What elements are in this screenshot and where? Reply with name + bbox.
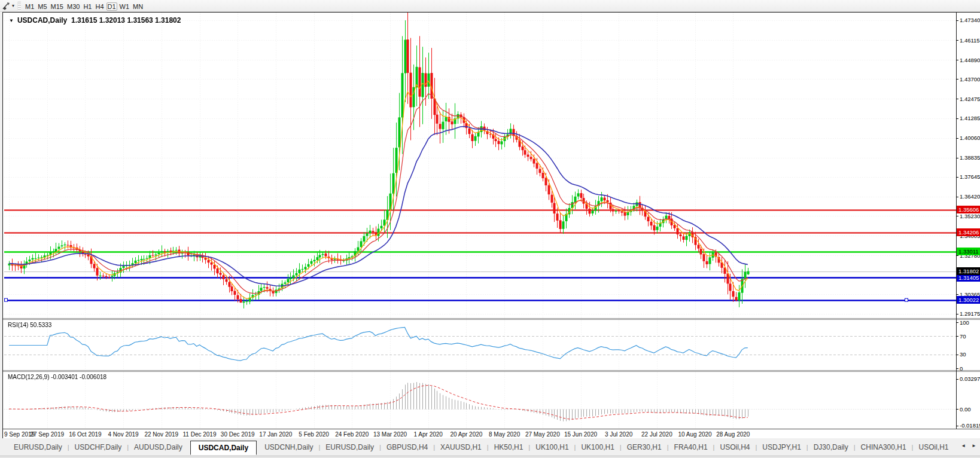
status-strip	[0, 456, 980, 458]
collapse-chart-icon[interactable]: ▼	[9, 18, 14, 23]
macd-tick-mark	[956, 426, 958, 426]
tab-scroll-right-icon[interactable]: ►	[970, 441, 978, 450]
date-axis: 9 Sep 201927 Sep 201916 Oct 20194 Nov 20…	[3, 429, 980, 439]
date-tick-label: 15 Jun 2020	[564, 431, 597, 438]
cursor-tool-dropdown-icon[interactable]: ▾	[12, 3, 14, 8]
price-tick-mark	[956, 20, 958, 21]
date-tick-label: 5 Feb 2020	[299, 431, 329, 438]
price-tick-mark	[956, 138, 958, 139]
timeframe-button-mn[interactable]: MN	[132, 2, 144, 11]
mt4-window: ▾ M1M5M15M30H1H4D1W1MN 9 Sep 201927 Sep …	[0, 0, 980, 458]
price-tick-label: 1.44890	[960, 57, 980, 63]
tab-scrollers: ◄ ►	[960, 441, 978, 450]
tab-scroll-left-icon[interactable]: ◄	[960, 441, 967, 450]
date-tick-label: 4 Nov 2019	[108, 431, 139, 438]
price-tick-mark	[956, 216, 958, 216]
date-tick-label: 13 Mar 2020	[373, 431, 407, 438]
price-tick-label: 1.37645	[960, 173, 980, 180]
price-tick-label: 1.40060	[960, 135, 980, 141]
timeframe-button-m15[interactable]: M15	[50, 2, 65, 11]
price-tick-label: 1.43700	[960, 76, 980, 83]
chart-tab-usdjpy-h1[interactable]: USDJPY,H1	[757, 441, 806, 454]
chart-tab-gbpusd-h4[interactable]: GBPUSD,H4	[381, 441, 433, 454]
symbol-period-label: USDCAD,Daily	[17, 16, 67, 25]
date-tick-label: 28 Aug 2020	[716, 431, 750, 438]
chart-tab-usdcad-daily[interactable]: USDCAD,Daily	[190, 441, 257, 455]
date-tick-label: 11 Dec 2019	[183, 431, 217, 438]
chart-tab-usoil-h1[interactable]: USOil,H1	[913, 441, 954, 454]
chart-tab-usdcnh-daily[interactable]: USDCNH,Daily	[259, 441, 318, 454]
price-tick-label: 1.29175	[960, 310, 980, 317]
date-tick-label: 22 Jul 2020	[641, 431, 672, 438]
rsi-tick-mark	[956, 336, 958, 337]
chart-title: ▼USDCAD,Daily 1.31615 1.32013 1.31563 1.…	[9, 16, 181, 25]
date-tick-label: 30 Dec 2019	[221, 431, 255, 438]
timeframe-toolbar: ▾ M1M5M15M30H1H4D1W1MN	[0, 0, 980, 12]
rsi-panel-canvas[interactable]	[4, 320, 956, 370]
chart-tab-audusd-daily[interactable]: AUDUSD,Daily	[129, 441, 188, 454]
chart-tab-usdchf-daily[interactable]: USDCHF,Daily	[69, 441, 127, 454]
hline-price-badge: 1.30022	[957, 296, 980, 304]
price-tick-label: 1.36420	[960, 193, 980, 200]
date-tick-label: 22 Nov 2019	[144, 431, 178, 438]
macd-panel-canvas[interactable]	[4, 372, 956, 429]
price-tick-mark	[956, 60, 958, 60]
macd-tick-label: -0.018154	[960, 422, 980, 429]
chart-tab-eurusd-daily[interactable]: EURUSD,Daily	[320, 441, 379, 454]
macd-tick-mark	[956, 409, 958, 410]
price-tick-mark	[956, 158, 958, 158]
price-tick-mark	[956, 197, 958, 197]
chart-tab-china300-h1[interactable]: CHINA300,H1	[856, 441, 912, 454]
timeframe-button-m1[interactable]: M1	[24, 2, 35, 11]
price-tick-mark	[956, 99, 958, 99]
timeframe-button-m5[interactable]: M5	[36, 2, 48, 11]
rsi-tick-label: 30	[960, 351, 966, 358]
date-tick-label: 1 Apr 2020	[414, 431, 443, 438]
chart-tab-hk50-h1[interactable]: HK50,H1	[489, 441, 529, 454]
price-axis-border	[956, 13, 957, 429]
chart-tab-eurusd-daily[interactable]: EURUSD,Daily	[8, 441, 68, 454]
macd-tick-mark	[956, 379, 958, 380]
price-tick-label: 1.46115	[960, 37, 980, 44]
date-tick-label: 16 Oct 2019	[69, 431, 101, 438]
date-tick-label: 24 Feb 2020	[335, 431, 369, 438]
timeframe-button-d1[interactable]: D1	[106, 2, 117, 11]
price-tick-mark	[956, 177, 958, 178]
price-tick-label: 1.42475	[960, 96, 980, 102]
chart-tab-xauusd-h1[interactable]: XAUUSD,H1	[435, 441, 487, 454]
timeframe-buttons: M1M5M15M30H1H4D1W1MN	[23, 1, 145, 11]
current-price-badge: 1.31802	[957, 267, 980, 275]
ohlc-values: 1.31615 1.32013 1.31563 1.31802	[71, 16, 181, 25]
rsi-tick-mark	[956, 322, 958, 323]
hline-price-badge: 1.33011	[957, 248, 980, 255]
date-tick-label: 10 Aug 2020	[678, 431, 712, 438]
date-tick-label: 20 Apr 2020	[450, 431, 482, 438]
macd-tick-label: 0.032972	[960, 375, 980, 382]
price-tick-label: 1.47340	[960, 17, 980, 23]
date-tick-label: 3 Jul 2020	[605, 431, 632, 438]
toolbar-grip-handle[interactable]	[17, 2, 21, 10]
chart-cursor-tool-icon[interactable]	[1, 1, 12, 10]
chart-tab-uk100-h1[interactable]: UK100,H1	[576, 441, 619, 454]
price-chart-canvas[interactable]	[4, 13, 956, 318]
rsi-indicator-label: RSI(14) 50.5333	[8, 322, 51, 328]
date-tick-label: 27 Sep 2019	[30, 431, 64, 438]
price-tick-mark	[956, 118, 958, 119]
timeframe-button-w1[interactable]: W1	[118, 2, 131, 11]
chart-tab-usoil-h4[interactable]: USOil,H4	[714, 441, 755, 454]
price-tick-mark	[956, 314, 958, 315]
rsi-tick-label: 70	[960, 333, 966, 340]
timeframe-button-h1[interactable]: H1	[82, 2, 93, 11]
timeframe-button-h4[interactable]: H4	[94, 2, 105, 11]
timeframe-button-m30[interactable]: M30	[66, 2, 81, 11]
hline-price-badge: 1.34206	[957, 228, 980, 236]
chart-tab-dj30-daily[interactable]: DJ30,Daily	[808, 441, 854, 454]
chart-tab-ger30-h1[interactable]: GER30,H1	[622, 441, 667, 454]
chart-tab-uk100-h1[interactable]: UK100,H1	[530, 441, 574, 454]
date-tick-label: 8 May 2020	[489, 431, 520, 438]
chart-tab-fra40-h1[interactable]: FRA40,H1	[669, 441, 713, 454]
date-tick-label: 27 May 2020	[525, 431, 560, 438]
price-tick-mark	[956, 40, 958, 41]
price-tick-mark	[956, 294, 958, 295]
price-tick-label: 1.41285	[960, 115, 980, 121]
